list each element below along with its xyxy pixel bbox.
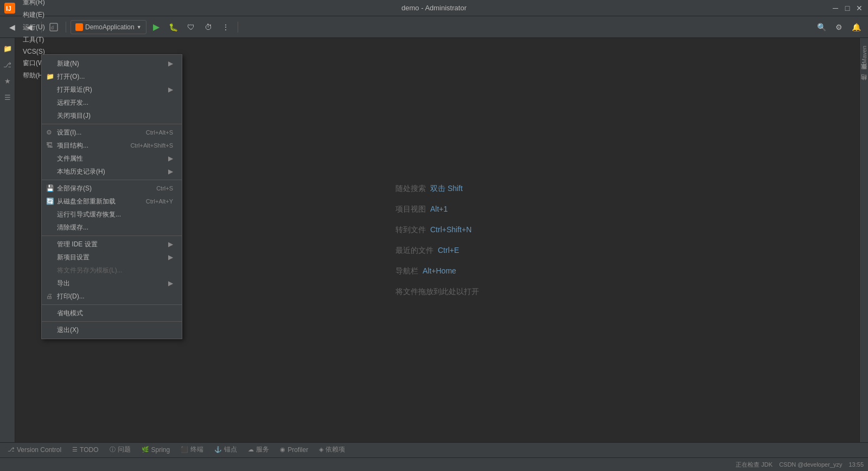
menu-item----d----[interactable]: 🖨打印(D)... — [42, 290, 182, 303]
center-tips: 随处搜索双击 Shift项目视图Alt+1转到文件Ctrl+Shift+N最近的… — [395, 184, 479, 297]
toolbar-sep-2 — [66, 22, 66, 33]
menu-item----i----[interactable]: ⚙设置(I)...Ctrl+Alt+S — [42, 126, 182, 139]
run-button[interactable]: ▶ — [149, 20, 164, 35]
menu-label: 新项目设置 — [57, 253, 90, 262]
menu-item--------[interactable]: 清除缓存... — [42, 221, 182, 234]
menu-item--------[interactable]: 🏗项目结构...Ctrl+Alt+Shift+S — [42, 139, 182, 152]
bottom-tab-todo[interactable]: ☰TODO — [67, 443, 104, 457]
menu-item----ide---[interactable]: 管理 IDE 设置▶ — [42, 238, 182, 251]
right-sidebar-structure[interactable]: 结构 — [859, 82, 868, 88]
tab-label: 依赖项 — [326, 445, 345, 454]
statusbar-jdk: 正在检查 JDK — [736, 461, 773, 469]
menu-item-----[interactable]: 省电模式 — [42, 307, 182, 320]
submenu-arrow-icon: ▶ — [168, 253, 173, 261]
menu-item------[interactable]: 新项目设置▶ — [42, 251, 182, 264]
tip-shortcut: 双击 Shift — [430, 184, 463, 194]
bottom-tab-version-control[interactable]: ⎇Version Control — [2, 443, 67, 457]
menu-shortcut: Ctrl+S — [156, 185, 173, 192]
main-area: 📁 ⎇ ★ ☰ 随处搜索双击 Shift项目视图Alt+1转到文件Ctrl+Sh… — [0, 38, 868, 442]
menu-label: 退出(X) — [57, 326, 79, 335]
menu-icon: 📁 — [46, 73, 54, 80]
tab-icon: ☁ — [248, 446, 254, 453]
left-sidebar: 📁 ⎇ ★ ☰ — [0, 38, 15, 442]
svg-text:d: d — [51, 25, 54, 30]
profile-button[interactable]: ⏱ — [201, 20, 216, 35]
menu-icon: 🏗 — [46, 142, 53, 149]
menu-item----o----[interactable]: 📁打开(O)... — [42, 70, 182, 83]
menu-item----n-[interactable]: 新建(N)▶ — [42, 57, 182, 70]
menu-item--------h-[interactable]: 本地历史记录(H)▶ — [42, 165, 182, 178]
tip-row: 导航栏Alt+Home — [395, 266, 479, 276]
menu-item---[interactable]: 导出▶ — [42, 277, 182, 290]
menu-tools[interactable]: 工具(T) — [18, 34, 50, 46]
menu-item-----[interactable]: 文件属性▶ — [42, 152, 182, 165]
tab-label: Profiler — [288, 446, 308, 454]
tab-label: 问题 — [118, 445, 131, 454]
menu-item----------[interactable]: 🔄从磁盘全部重新加载Ctrl+Alt+Y — [42, 195, 182, 208]
menu-item--------[interactable]: 远程开发... — [42, 96, 182, 109]
menu-item------r-[interactable]: 打开最近(R)▶ — [42, 83, 182, 96]
tip-row: 转到文件Ctrl+Shift+N — [395, 225, 479, 235]
settings-btn[interactable]: ⚙ — [831, 20, 846, 35]
coverage-button[interactable]: 🛡 — [183, 20, 199, 35]
tab-icon: ⬛ — [181, 446, 188, 453]
sidebar-icon-structure[interactable]: ☰ — [2, 91, 14, 103]
tab-label: 锚点 — [224, 445, 237, 454]
menu-shortcut: Ctrl+Alt+Y — [146, 198, 173, 205]
bottom-tab-依赖项[interactable]: ◈依赖项 — [314, 443, 350, 457]
run-config-dropdown[interactable]: DemoApplication ▼ — [71, 20, 146, 34]
bottom-tab-问题[interactable]: ⓘ问题 — [104, 443, 136, 457]
menu-icon: ⚙ — [46, 129, 52, 136]
app-title: demo - Administrator — [401, 4, 467, 12]
tip-label: 将文件拖放到此处以打开 — [395, 287, 479, 297]
bottom-tab-服务[interactable]: ☁服务 — [242, 443, 275, 457]
submenu-arrow-icon: ▶ — [168, 60, 173, 67]
menu-label: 运行引导式缓存恢复... — [57, 210, 121, 219]
statusbar-time: 13:55 — [848, 461, 864, 468]
bottom-tab-profiler[interactable]: ◉Profiler — [275, 443, 314, 457]
right-sidebar-maven[interactable]: Maven — [860, 42, 869, 67]
bottom-tab-终端[interactable]: ⬛终端 — [175, 443, 209, 457]
statusbar: 正在检查 JDK CSDN @developer_yzy 13:55 — [0, 457, 868, 471]
tab-label: 服务 — [256, 445, 269, 454]
window-controls: ─ □ ✕ — [831, 4, 864, 12]
tab-label: Spring — [151, 446, 170, 454]
menu-run[interactable]: 运行(U) — [18, 21, 50, 34]
menu-icon: 🔄 — [46, 198, 54, 205]
bottom-tab-锚点[interactable]: ⚓锚点 — [209, 443, 242, 457]
notifications-btn[interactable]: 🔔 — [848, 20, 864, 35]
tip-label: 转到文件 — [395, 225, 426, 235]
submenu-arrow-icon: ▶ — [168, 155, 173, 162]
menu-build[interactable]: 构建(E) — [18, 9, 50, 21]
tip-shortcut: Alt+Home — [423, 266, 456, 276]
menu-refactor[interactable]: 重构(R) — [18, 0, 50, 9]
menu-item----x-[interactable]: 退出(X) — [42, 323, 182, 336]
submenu-arrow-icon: ▶ — [168, 86, 173, 93]
menu-item------j-[interactable]: 关闭项目(J) — [42, 109, 182, 122]
tip-row: 将文件拖放到此处以打开 — [395, 287, 479, 297]
tip-label: 项目视图 — [395, 205, 426, 214]
tab-icon: ⓘ — [110, 445, 116, 454]
minimize-button[interactable]: ─ — [831, 4, 840, 12]
menu-separator — [42, 304, 182, 305]
menu-icon: 🖨 — [46, 292, 53, 300]
menu-label: 省电模式 — [57, 309, 83, 318]
bottom-tab-spring[interactable]: 🌿Spring — [136, 443, 176, 457]
statusbar-csdn: CSDN @developer_yzy — [779, 461, 842, 468]
close-button[interactable]: ✕ — [855, 4, 864, 12]
toolbar-right: 🔍 ⚙ 🔔 — [814, 20, 864, 35]
menu-item-------------[interactable]: 运行引导式缓存恢复... — [42, 208, 182, 221]
menu-item------s-[interactable]: 💾全部保存(S)Ctrl+S — [42, 182, 182, 195]
menu-label: 远程开发... — [57, 98, 88, 107]
right-sidebar-database[interactable]: 数据库 — [859, 71, 868, 78]
search-everywhere-btn[interactable]: 🔍 — [814, 20, 829, 35]
menu-shortcut: Ctrl+Alt+S — [146, 129, 173, 136]
menu-label: 全部保存(S) — [57, 184, 92, 193]
debug-button[interactable]: 🐛 — [166, 20, 181, 35]
menu-label: 导出 — [57, 279, 70, 288]
maximize-button[interactable]: □ — [843, 4, 852, 12]
more-run-button[interactable]: ⋮ — [218, 20, 233, 35]
menu-label: 从磁盘全部重新加载 — [57, 197, 116, 206]
submenu-arrow-icon: ▶ — [168, 168, 173, 175]
menu-label: 本地历史记录(H) — [57, 167, 105, 176]
